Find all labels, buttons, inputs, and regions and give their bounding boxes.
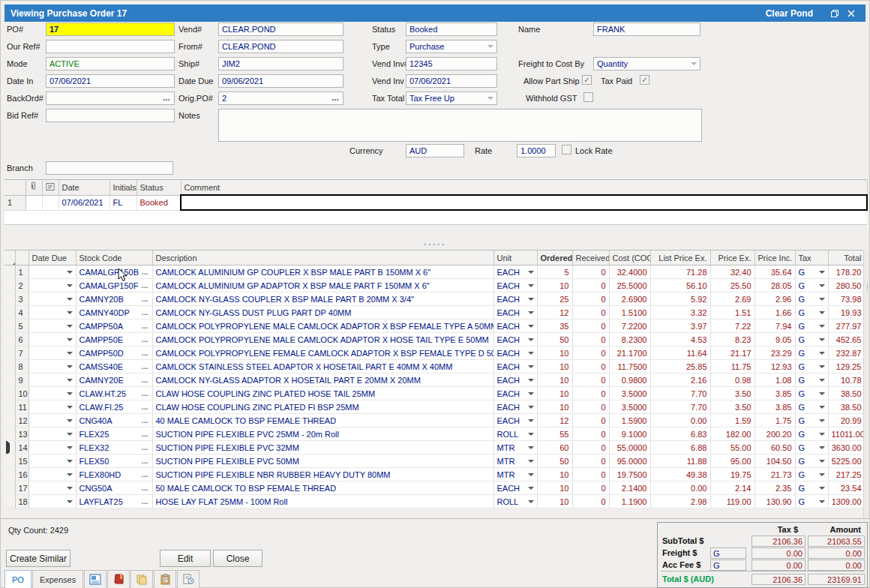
chevron-down-icon[interactable] [819,460,825,463]
stock-lookup-button[interactable]: … [142,296,149,303]
item-tax-cell[interactable]: G [795,428,828,441]
tab-history-icon[interactable] [177,570,200,588]
item-date-due-cell[interactable] [28,306,76,320]
item-ordered-cell[interactable]: 10 [537,279,572,292]
chevron-down-icon[interactable] [528,271,534,274]
item-description-cell[interactable]: CAMLOCK ALUMINIUM GP COUPLER X BSP MALE … [152,266,494,279]
item-date-due-cell[interactable] [28,320,76,333]
chevron-down-icon[interactable] [528,311,534,314]
item-date-due-cell[interactable] [28,279,76,292]
item-ordered-cell[interactable]: 10 [537,360,572,374]
item-price-ex-cell[interactable]: 3.50 [710,400,754,414]
splitter-handle[interactable]: ····· [1,239,869,250]
item-received-cell[interactable]: 0 [572,400,609,414]
item-tax-cell[interactable]: G [795,306,828,320]
tab-copy-icon[interactable] [130,570,153,588]
comment-attachment-cell[interactable] [26,195,42,210]
item-cost-cell[interactable]: 3.5000 [609,400,650,414]
item-date-due-cell[interactable] [28,482,76,495]
item-unit-cell[interactable]: EACH [494,266,537,279]
item-tax-cell[interactable]: G [795,495,828,508]
items-stock-code-header[interactable]: Stock Code [76,250,152,266]
item-price-ex-cell[interactable]: 19.75 [710,468,754,482]
item-tax-cell[interactable]: G [795,333,828,346]
item-stock-code-cell[interactable]: CAMSS40E… [76,360,152,374]
item-cost-cell[interactable]: 2.6900 [609,292,650,306]
item-list-price-cell[interactable]: 11.88 [650,454,710,468]
item-total-cell[interactable]: 3630.00 [828,441,865,454]
item-cost-cell[interactable]: 0.9800 [609,374,650,387]
items-price-inc-header[interactable]: Price Inc. [754,250,795,266]
item-received-cell[interactable]: 0 [572,333,609,346]
item-list-price-cell[interactable]: 6.83 [650,428,710,441]
item-list-price-cell[interactable]: 2.16 [650,374,710,387]
freight-tax-code[interactable]: G [710,548,746,559]
stock-lookup-button[interactable]: … [142,471,149,478]
item-unit-cell[interactable]: EACH [494,346,537,360]
chevron-down-icon[interactable] [528,419,534,422]
item-cost-cell[interactable]: 25.5000 [609,279,650,292]
item-tax-cell[interactable]: G [795,346,828,360]
chevron-down-icon[interactable] [528,433,534,436]
item-unit-cell[interactable]: EACH [494,279,537,292]
item-list-price-cell[interactable]: 11.64 [650,346,710,360]
date-in-field[interactable]: 07/06/2021 [46,74,175,88]
item-date-due-cell[interactable] [28,266,76,279]
item-price-ex-cell[interactable]: 95.00 [710,454,754,468]
item-price-ex-cell[interactable]: 0.98 [710,374,754,387]
item-description-cell[interactable]: SUCTION PIPE FLEXIBLE PVC 32MM [152,441,494,454]
item-unit-cell[interactable]: EACH [494,387,537,400]
item-list-price-cell[interactable]: 3.97 [650,320,710,333]
item-total-cell[interactable]: 178.20 [828,266,865,279]
chevron-down-icon[interactable] [819,487,825,490]
item-total-cell[interactable]: 129.25 [828,360,865,374]
tax-total-dropdown[interactable]: Tax Free Up [406,92,497,105]
tax-paid-checkbox[interactable]: ✓ [640,75,650,85]
item-price-inc-cell[interactable]: 104.50 [754,454,795,468]
item-price-ex-cell[interactable]: 55.00 [710,441,754,454]
item-price-ex-cell[interactable]: 1.51 [710,306,754,320]
item-total-cell[interactable]: 217.25 [828,468,865,482]
create-similar-button[interactable]: Create Similar [6,550,70,567]
item-tax-cell[interactable]: G [795,400,828,414]
item-total-cell[interactable]: 5225.00 [828,454,865,468]
stock-lookup-button[interactable]: … [142,268,149,276]
item-tax-cell[interactable]: G [795,387,828,400]
comment-text-cell[interactable] [181,195,867,210]
item-stock-code-cell[interactable]: CNG50A… [76,482,152,495]
item-total-cell[interactable]: 10.78 [828,374,865,387]
stock-lookup-button[interactable]: … [142,322,149,330]
chevron-down-icon[interactable] [528,284,534,287]
chevron-down-icon[interactable] [67,365,73,368]
chevron-down-icon[interactable] [528,500,534,503]
chevron-down-icon[interactable] [67,298,73,301]
status-field[interactable]: Booked [406,22,497,36]
item-list-price-cell[interactable]: 6.88 [650,441,710,454]
item-description-cell[interactable]: CAMLOCK POLYPROPYLENE MALE CAMLOCK ADAPT… [152,333,494,346]
item-price-ex-cell[interactable]: 11.75 [710,360,754,374]
item-received-cell[interactable]: 0 [572,279,609,292]
item-date-due-cell[interactable] [28,428,76,441]
chevron-down-icon[interactable] [819,433,825,436]
item-unit-cell[interactable]: ROLL [494,428,537,441]
item-date-due-cell[interactable] [28,333,76,346]
notes-field[interactable] [218,109,702,142]
comment-date-cell[interactable]: 07/06/2021 [58,195,110,210]
item-unit-cell[interactable]: EACH [494,292,537,306]
right-splitter-handle[interactable]: ⋮⋮ [863,250,869,518]
items-corner[interactable] [4,250,15,266]
item-description-cell[interactable]: SUCTION PIPE FLEXIBLE PVC 50MM [152,454,494,468]
chevron-down-icon[interactable] [528,460,534,463]
item-ordered-cell[interactable]: 10 [537,346,572,360]
item-cost-cell[interactable]: 95.0000 [609,454,650,468]
item-stock-code-cell[interactable]: CAMPP50A… [76,320,152,333]
item-description-cell[interactable]: CAMLOCK NY-GLASS DUST PLUG PART DP 40MM [152,306,494,320]
item-price-inc-cell[interactable]: 7.94 [754,320,795,333]
stock-lookup-button[interactable]: … [142,282,149,290]
item-price-inc-cell[interactable]: 1.08 [754,374,795,387]
items-date-due-header[interactable]: Date Due [28,250,76,266]
item-cost-cell[interactable]: 1.5900 [609,414,650,428]
comment-memo-cell[interactable] [42,195,58,210]
item-date-due-cell[interactable] [28,414,76,428]
mode-field[interactable]: ACTIVE [46,57,175,70]
